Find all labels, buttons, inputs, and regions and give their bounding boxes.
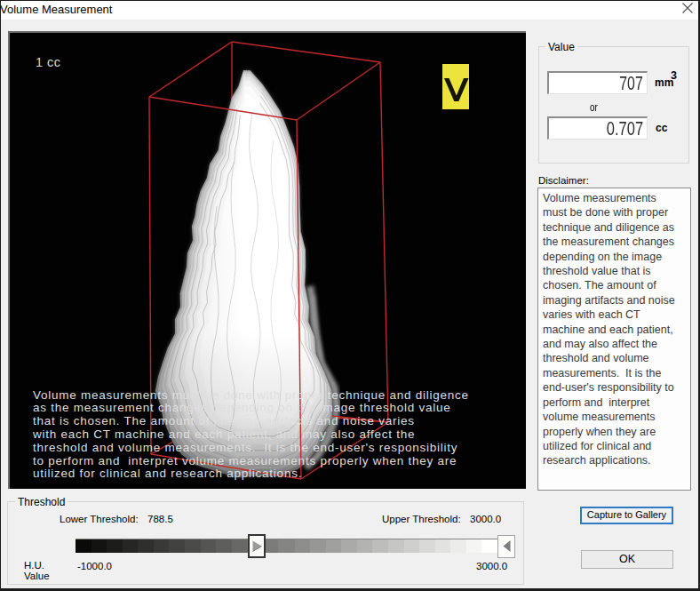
svg-text:1 cc: 1 cc [36, 55, 61, 69]
svg-text:as the measurement changes dep: as the measurement changes depending on … [33, 401, 451, 414]
svg-text:Volume measurements must be do: Volume measurements must be done with pr… [33, 388, 469, 402]
svg-text:with each CT machine and each: with each CT machine and each patient, a… [32, 427, 415, 441]
svg-text:that is chosen. The amount of: that is chosen. The amount of imaging ar… [33, 414, 415, 427]
svg-text:threshold and volume measureme: threshold and volume measurements. It is… [33, 441, 457, 454]
svg-text:to perform and interpret volu: to perform and interpret volume measurem… [33, 454, 457, 467]
svg-text:utilized for clinical and rese: utilized for clinical and research appli… [33, 467, 302, 480]
